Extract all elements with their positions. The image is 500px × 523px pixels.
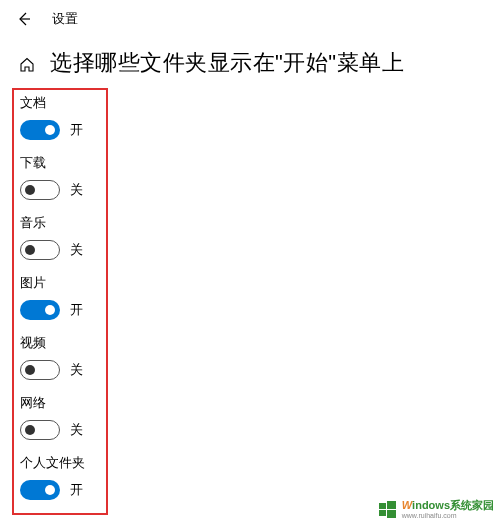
toggle-state: 关 — [70, 241, 83, 259]
setting-item-documents: 文档 开 — [20, 94, 500, 140]
back-icon[interactable] — [16, 11, 32, 27]
toggle-music[interactable] — [20, 240, 60, 260]
toggle-state: 关 — [70, 181, 83, 199]
setting-label: 网络 — [20, 394, 500, 412]
setting-label: 个人文件夹 — [20, 454, 500, 472]
header-title: 设置 — [52, 10, 78, 28]
page-title: 选择哪些文件夹显示在"开始"菜单上 — [50, 48, 404, 78]
toggle-pictures[interactable] — [20, 300, 60, 320]
setting-item-music: 音乐 关 — [20, 214, 500, 260]
setting-item-videos: 视频 关 — [20, 334, 500, 380]
toggle-state: 关 — [70, 421, 83, 439]
watermark: Windows系统家园 www.ruihaifu.com — [377, 497, 494, 519]
setting-label: 音乐 — [20, 214, 500, 232]
svg-rect-2 — [379, 510, 386, 516]
home-icon[interactable] — [18, 56, 36, 74]
toggle-videos[interactable] — [20, 360, 60, 380]
setting-label: 文档 — [20, 94, 500, 112]
setting-label: 图片 — [20, 274, 500, 292]
settings-list: 文档 开 下载 关 音乐 关 图片 开 视频 关 网络 — [0, 88, 500, 500]
toggle-state: 开 — [70, 121, 83, 139]
toggle-network[interactable] — [20, 420, 60, 440]
watermark-url: www.ruihaifu.com — [402, 512, 494, 519]
setting-item-personal-folder: 个人文件夹 开 — [20, 454, 500, 500]
setting-label: 视频 — [20, 334, 500, 352]
toggle-state: 开 — [70, 481, 83, 499]
setting-item-pictures: 图片 开 — [20, 274, 500, 320]
toggle-state: 关 — [70, 361, 83, 379]
setting-item-network: 网络 关 — [20, 394, 500, 440]
windows-logo-icon — [377, 497, 399, 519]
toggle-downloads[interactable] — [20, 180, 60, 200]
svg-rect-0 — [379, 503, 386, 509]
setting-label: 下载 — [20, 154, 500, 172]
toggle-state: 开 — [70, 301, 83, 319]
toggle-personal-folder[interactable] — [20, 480, 60, 500]
toggle-documents[interactable] — [20, 120, 60, 140]
setting-item-downloads: 下载 关 — [20, 154, 500, 200]
watermark-title: Windows系统家园 — [402, 500, 494, 511]
svg-rect-1 — [387, 501, 396, 509]
svg-rect-3 — [387, 510, 396, 518]
